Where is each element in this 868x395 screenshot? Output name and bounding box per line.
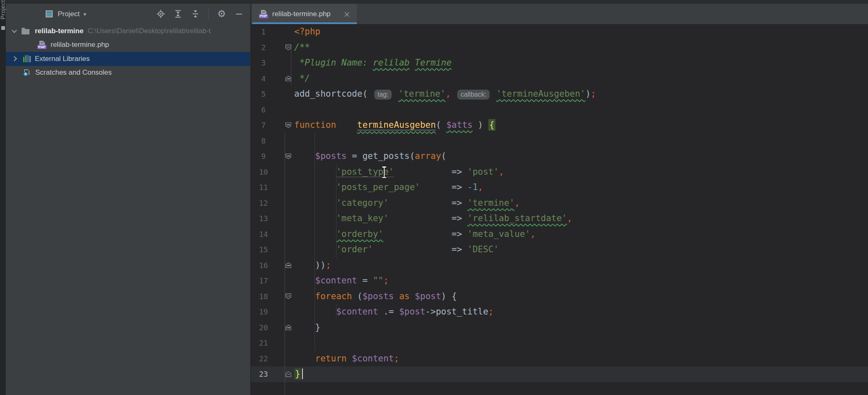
- fold-marker-icon[interactable]: [285, 154, 291, 159]
- line-number[interactable]: 14: [251, 227, 276, 242]
- project-panel-header: Project ▾: [6, 4, 250, 24]
- line-number[interactable]: 9: [251, 149, 276, 164]
- line-number[interactable]: 22: [251, 351, 276, 367]
- toolwindow-square-icon[interactable]: [1, 26, 5, 30]
- locate-file-icon[interactable]: [156, 10, 165, 19]
- code-line-1[interactable]: 1<?php: [251, 24, 868, 40]
- chevron-down-icon[interactable]: ▾: [83, 11, 86, 17]
- library-icon: [23, 55, 31, 62]
- code-text: $content = "";: [294, 273, 389, 289]
- code-text: /**: [294, 40, 310, 56]
- chevron-right-icon[interactable]: [12, 56, 17, 61]
- code-text: 'order' => 'DESC': [294, 242, 499, 258]
- tree-item-php-file[interactable]: PHP relilab-termine.php: [6, 38, 250, 52]
- code-text: */: [294, 71, 310, 87]
- line-number[interactable]: 17: [251, 273, 276, 289]
- chevron-down-icon[interactable]: [12, 28, 17, 33]
- tree-item-root-folder[interactable]: relilab-termine C:\Users\Daniel\Desktop\…: [6, 24, 250, 38]
- text-caret: [302, 368, 303, 379]
- tree-item-external-libraries[interactable]: External Libraries: [6, 52, 250, 66]
- code-line-23[interactable]: 23}: [251, 366, 868, 382]
- code-line-4[interactable]: 4 */: [251, 71, 868, 87]
- code-line-12[interactable]: 12 'category' => 'termine',: [251, 195, 868, 211]
- project-view-title[interactable]: Project: [58, 10, 80, 18]
- project-panel: Project ▾: [6, 4, 251, 395]
- code-text: add_shortcode( tag: 'termine', callback:…: [294, 86, 596, 102]
- code-text: 'category' => 'termine',: [294, 195, 520, 211]
- code-text: foreach ($posts as $post) {: [294, 289, 457, 305]
- line-number[interactable]: 10: [251, 164, 276, 180]
- code-line-21[interactable]: 21: [251, 335, 868, 351]
- editor-tab-bar: PHP relilab-termine.php ×: [251, 4, 868, 24]
- code-line-3[interactable]: 3 *Plugin Name: relilab Termine: [251, 55, 868, 71]
- line-number[interactable]: 16: [251, 258, 276, 273]
- fold-marker-icon[interactable]: [285, 262, 291, 268]
- line-number[interactable]: 23: [251, 366, 276, 382]
- line-number[interactable]: 15: [251, 242, 276, 258]
- line-number[interactable]: 5: [251, 86, 276, 102]
- fold-marker-icon[interactable]: [285, 293, 291, 299]
- expand-all-icon[interactable]: [173, 10, 183, 19]
- code-line-8[interactable]: 8: [251, 133, 868, 149]
- tab-relilab-termine-php[interactable]: PHP relilab-termine.php ×: [252, 4, 357, 24]
- code-line-10[interactable]: 10 'post_type' => 'post',: [251, 164, 868, 180]
- code-line-18[interactable]: 18 foreach ($posts as $post) {: [251, 289, 868, 305]
- code-line-9[interactable]: 9 $posts = get_posts(array(: [251, 149, 868, 164]
- line-number[interactable]: 20: [251, 320, 276, 336]
- line-number[interactable]: 6: [251, 102, 276, 118]
- settings-gear-icon[interactable]: ⚙: [217, 10, 226, 19]
- code-line-13[interactable]: 13 'meta_key' => 'relilab_startdate',: [251, 211, 868, 227]
- line-number[interactable]: 3: [251, 55, 276, 71]
- tab-label: relilab-termine.php: [272, 10, 331, 18]
- php-file-icon: PHP: [259, 10, 268, 18]
- code-area[interactable]: 1<?php2/**3 *Plugin Name: relilab Termin…: [251, 24, 868, 382]
- code-line-17[interactable]: 17 $content = "";: [251, 273, 868, 289]
- code-text: return $content;: [294, 351, 399, 367]
- code-text: 'posts_per_page' => -1,: [294, 180, 483, 195]
- line-number[interactable]: 8: [251, 133, 276, 149]
- code-line-19[interactable]: 19 $content .= $post->post_title;: [251, 304, 868, 320]
- line-number[interactable]: 4: [251, 71, 276, 87]
- line-number[interactable]: 21: [251, 335, 276, 351]
- php-file-name: relilab-termine.php: [51, 41, 109, 49]
- line-number[interactable]: 7: [251, 117, 276, 133]
- window-top-edge: [0, 0, 868, 4]
- project-root-name: relilab-termine: [35, 27, 83, 35]
- code-line-5[interactable]: 5add_shortcode( tag: 'termine', callback…: [251, 86, 868, 102]
- fold-marker-icon[interactable]: [285, 324, 291, 330]
- php-file-icon: PHP: [37, 41, 46, 49]
- code-line-2[interactable]: 2/**: [251, 40, 868, 56]
- line-number[interactable]: 11: [251, 180, 276, 195]
- editor-pane: PHP relilab-termine.php × 1<?php2/**3 *P…: [251, 0, 868, 395]
- project-toolwindow-label[interactable]: Project: [0, 0, 6, 20]
- line-number[interactable]: 2: [251, 40, 276, 56]
- code-line-11[interactable]: 11 'posts_per_page' => -1,: [251, 180, 868, 195]
- project-root-path: C:\Users\Daniel\Desktop\relilab\relilab-…: [88, 27, 211, 35]
- panel-toolbar: ⚙: [156, 4, 244, 24]
- tree-item-scratches[interactable]: Scratches and Consoles: [6, 66, 250, 80]
- fold-marker-icon[interactable]: [285, 44, 291, 50]
- fold-marker-icon[interactable]: [285, 371, 291, 377]
- code-line-14[interactable]: 14 'orderby' => 'meta_value',: [251, 227, 868, 242]
- close-icon[interactable]: ×: [344, 10, 350, 19]
- code-line-16[interactable]: 16 ));: [251, 258, 868, 273]
- code-line-15[interactable]: 15 'order' => 'DESC': [251, 242, 868, 258]
- collapse-all-icon[interactable]: [191, 10, 200, 19]
- fold-marker-icon[interactable]: [285, 76, 291, 81]
- line-number[interactable]: 1: [251, 24, 276, 40]
- line-number[interactable]: 19: [251, 304, 276, 320]
- hide-panel-icon[interactable]: [234, 10, 244, 19]
- code-line-20[interactable]: 20 }: [251, 320, 868, 336]
- external-libraries-label: External Libraries: [35, 55, 90, 63]
- code-line-7[interactable]: 7function termineAusgeben( $atts ) {: [251, 117, 868, 133]
- code-text: 'meta_key' => 'relilab_startdate',: [294, 211, 572, 227]
- code-text: }: [294, 366, 303, 382]
- code-text: 'post_type' => 'post',: [294, 164, 504, 180]
- line-number[interactable]: 18: [251, 289, 276, 305]
- code-line-6[interactable]: 6: [251, 102, 868, 118]
- code-text: $content .= $post->post_title;: [294, 304, 494, 320]
- code-line-22[interactable]: 22 return $content;: [251, 351, 868, 367]
- fold-marker-icon[interactable]: [285, 122, 291, 128]
- line-number[interactable]: 13: [251, 211, 276, 227]
- line-number[interactable]: 12: [251, 195, 276, 211]
